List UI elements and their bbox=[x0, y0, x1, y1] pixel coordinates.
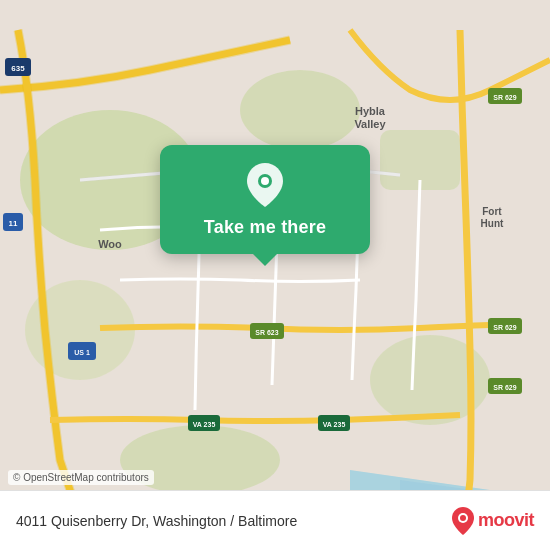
svg-text:VA 235: VA 235 bbox=[193, 421, 216, 428]
svg-text:11: 11 bbox=[9, 219, 18, 228]
svg-text:SR 629: SR 629 bbox=[493, 94, 516, 101]
svg-point-2 bbox=[240, 70, 360, 150]
svg-text:635: 635 bbox=[11, 64, 25, 73]
svg-text:Hybla: Hybla bbox=[355, 105, 386, 117]
svg-text:SR 629: SR 629 bbox=[493, 384, 516, 391]
moovit-logo: moovit bbox=[452, 507, 534, 535]
attribution-text: © OpenStreetMap contributors bbox=[8, 470, 154, 485]
info-bar: 4011 Quisenberry Dr, Washington / Baltim… bbox=[0, 490, 550, 550]
svg-text:Fort: Fort bbox=[482, 206, 502, 217]
svg-text:US 1: US 1 bbox=[74, 349, 90, 356]
svg-text:Hunt: Hunt bbox=[481, 218, 504, 229]
svg-point-34 bbox=[460, 515, 466, 521]
address-label: 4011 Quisenberry Dr, Washington / Baltim… bbox=[16, 513, 297, 529]
svg-text:Woo: Woo bbox=[98, 238, 122, 250]
map-container: 635 11 US 1 SR 623 VA 235 VA 235 SR 629 … bbox=[0, 0, 550, 550]
map-svg: 635 11 US 1 SR 623 VA 235 VA 235 SR 629 … bbox=[0, 0, 550, 550]
svg-text:SR 629: SR 629 bbox=[493, 324, 516, 331]
svg-text:Valley: Valley bbox=[354, 118, 386, 130]
location-pin-icon bbox=[247, 163, 283, 207]
svg-text:SR 623: SR 623 bbox=[255, 329, 278, 336]
take-me-there-button[interactable]: Take me there bbox=[204, 217, 326, 238]
moovit-pin-svg bbox=[452, 507, 474, 535]
moovit-brand-text: moovit bbox=[478, 510, 534, 531]
svg-text:VA 235: VA 235 bbox=[323, 421, 346, 428]
popup-card: Take me there bbox=[160, 145, 370, 254]
svg-point-32 bbox=[261, 177, 269, 185]
pin-icon-wrapper bbox=[243, 163, 287, 207]
